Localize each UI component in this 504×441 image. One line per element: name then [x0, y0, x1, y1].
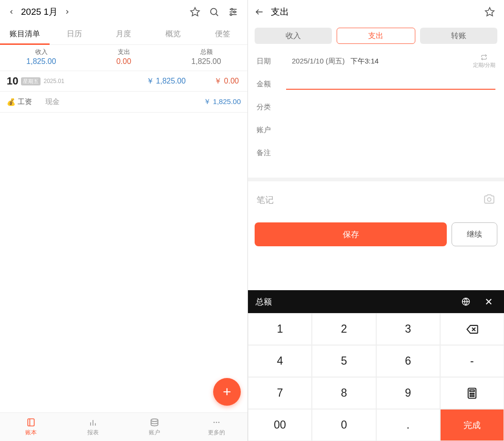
amount-row[interactable]: 金额: [257, 73, 495, 95]
memo-row[interactable]: 备注: [257, 141, 495, 164]
note-label: 笔记: [257, 194, 274, 206]
entry-form: 日期 2025/1/10 (周五) 下午3:14 定期/分期 金额 分类 账户 …: [248, 48, 504, 164]
form-title: 支出: [271, 6, 289, 18]
svg-point-8: [230, 14, 232, 16]
key-4[interactable]: 4: [248, 345, 312, 377]
nav-accounts[interactable]: 账户: [124, 413, 186, 441]
summary-total: 总额 1,825.00: [165, 48, 247, 66]
svg-point-14: [151, 419, 158, 422]
entry-category: 工资: [18, 97, 32, 106]
svg-point-32: [470, 395, 471, 396]
day-income: ￥ 1,825.00: [146, 76, 186, 86]
key-9[interactable]: 9: [376, 377, 440, 409]
next-month-button[interactable]: [61, 5, 74, 19]
svg-point-34: [473, 395, 474, 396]
key-1[interactable]: 1: [248, 313, 312, 345]
svg-point-16: [216, 422, 217, 423]
svg-point-31: [473, 393, 474, 394]
key-backspace[interactable]: [440, 313, 504, 345]
key-done[interactable]: 完成: [440, 409, 504, 441]
svg-point-15: [214, 422, 215, 423]
transaction-type-tabs: 收入 支出 转账: [248, 24, 504, 48]
day-number: 10: [7, 75, 18, 87]
day-weekday: 星期五: [21, 77, 41, 85]
summary-income: 收入 1,825.00: [0, 48, 82, 66]
svg-point-4: [231, 9, 233, 10]
svg-marker-0: [191, 8, 199, 16]
svg-point-6: [234, 11, 236, 13]
key-0[interactable]: 0: [312, 409, 376, 441]
key-5[interactable]: 5: [312, 345, 376, 377]
svg-point-20: [487, 198, 491, 201]
svg-point-30: [472, 393, 473, 394]
ledger-pane: 2025 1月 账目清单 日历 月度 概览 便签 收入 1,825.00 支出 …: [0, 0, 248, 441]
keypad-header: 总额: [248, 290, 504, 313]
chart-icon: [88, 417, 98, 428]
day-date: 2025.01: [43, 78, 64, 84]
keypad: 总额 123456-789000.完成: [248, 290, 504, 441]
summary-bar: 收入 1,825.00 支出 0.00 总额 1,825.00: [0, 45, 247, 71]
day-header[interactable]: 10 星期五 2025.01 ￥ 1,825.00 ￥ 0.00: [0, 71, 247, 92]
tab-ledger-list[interactable]: 账目清单: [0, 24, 50, 44]
save-button[interactable]: 保存: [255, 222, 447, 246]
bottom-nav: 账本 报表 账户 更多的: [0, 412, 247, 441]
note-section[interactable]: 笔记: [248, 178, 504, 219]
button-row: 保存 继续: [248, 219, 504, 253]
nav-more[interactable]: 更多的: [185, 413, 247, 441]
close-icon[interactable]: [481, 297, 496, 306]
account-row[interactable]: 账户: [257, 118, 495, 141]
nav-ledger[interactable]: 账本: [0, 413, 62, 441]
tab-monthly[interactable]: 月度: [99, 24, 149, 44]
add-button[interactable]: +: [213, 378, 241, 406]
globe-icon[interactable]: [458, 297, 473, 306]
wallet-icon: [149, 417, 160, 428]
right-header: 支出: [248, 0, 504, 24]
summary-expense: 支出 0.00: [82, 48, 165, 66]
type-tab-income[interactable]: 收入: [255, 28, 332, 44]
key-6[interactable]: 6: [376, 345, 440, 377]
book-icon: [26, 417, 36, 428]
category-row[interactable]: 分类: [257, 95, 495, 118]
recurring-button[interactable]: 定期/分期: [473, 54, 495, 69]
filter-icon[interactable]: [224, 2, 243, 21]
key-.[interactable]: .: [376, 409, 440, 441]
nav-reports[interactable]: 报表: [62, 413, 124, 441]
key-00[interactable]: 00: [248, 409, 312, 441]
tab-calendar[interactable]: 日历: [50, 24, 99, 44]
date-row[interactable]: 日期 2025/1/10 (周五) 下午3:14 定期/分期: [257, 50, 495, 73]
day-expense: ￥ 0.00: [214, 76, 239, 86]
keypad-title: 总额: [256, 296, 272, 307]
star-icon[interactable]: [480, 2, 499, 21]
money-bag-icon: 💰: [7, 98, 16, 106]
key-7[interactable]: 7: [248, 377, 312, 409]
ledger-entry[interactable]: 💰 工资 现金 ￥ 1,825.00: [0, 92, 247, 113]
type-tab-transfer[interactable]: 转账: [420, 28, 497, 44]
svg-point-33: [472, 395, 473, 396]
key-3[interactable]: 3: [376, 313, 440, 345]
entry-form-pane: 支出 收入 支出 转账 日期 2025/1/10 (周五) 下午3:14 定期/…: [248, 0, 504, 441]
tab-overview[interactable]: 概览: [148, 24, 198, 44]
prev-month-button[interactable]: [5, 5, 18, 19]
camera-icon[interactable]: [483, 193, 495, 207]
back-button[interactable]: [253, 5, 266, 19]
svg-marker-19: [485, 8, 494, 16]
month-title[interactable]: 2025 1月: [21, 6, 58, 18]
star-icon[interactable]: [185, 2, 205, 21]
search-icon[interactable]: [205, 2, 224, 21]
amount-input[interactable]: [286, 78, 495, 90]
tab-notes[interactable]: 便签: [198, 24, 247, 44]
key-8[interactable]: 8: [312, 377, 376, 409]
svg-rect-28: [470, 390, 474, 392]
svg-line-2: [216, 14, 218, 16]
svg-point-1: [211, 9, 217, 15]
svg-point-29: [470, 393, 471, 394]
left-header: 2025 1月: [0, 0, 247, 24]
svg-point-17: [218, 422, 220, 423]
key-calculator[interactable]: [440, 377, 504, 409]
time-value: 下午3:14: [350, 57, 379, 66]
key-2[interactable]: 2: [312, 313, 376, 345]
key--[interactable]: -: [440, 345, 504, 377]
continue-button[interactable]: 继续: [452, 222, 497, 246]
type-tab-expense[interactable]: 支出: [337, 28, 415, 44]
entry-amount: ￥ 1,825.00: [204, 97, 241, 106]
